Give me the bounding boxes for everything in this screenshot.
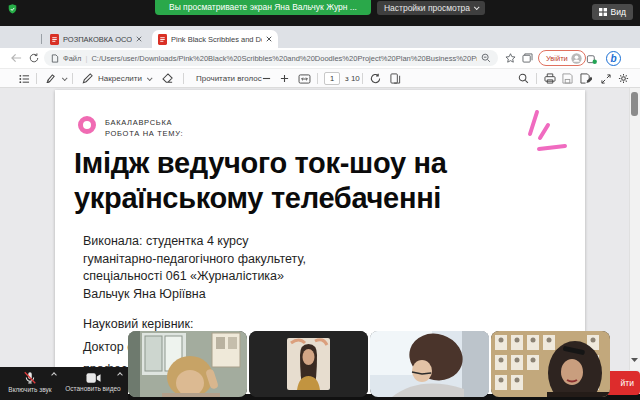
slide-title: Імідж ведучого ток-шоу на українському т…	[74, 146, 574, 216]
scrollbar-thumb[interactable]	[631, 92, 638, 116]
participant-video-1[interactable]	[128, 331, 247, 397]
tab-pink-black-scribbles[interactable]: Pink Black Scribbles and Doodle	[152, 30, 278, 48]
file-icon	[51, 54, 59, 63]
zoom-in-button[interactable]	[280, 69, 289, 88]
chevron-down-icon	[147, 75, 153, 81]
extension-icon[interactable]	[586, 53, 597, 64]
tab-rozpakovka[interactable]: РОЗПАКОВКА ОСОБИСТОСТІ (	[44, 30, 148, 48]
stop-video-button[interactable]: Остановить видео	[60, 367, 126, 400]
print-icon[interactable]	[544, 69, 556, 88]
chevron-down-icon	[474, 4, 480, 10]
browser-tabstrip: РОЗПАКОВКА ОСОБИСТОСТІ ( Pink Black Scri…	[0, 26, 640, 48]
chevron-up-icon[interactable]	[117, 372, 123, 378]
meeting-topbar: Вы просматриваете экран Яна Вальчук Журн…	[0, 0, 640, 26]
draw-button[interactable]: Накреслити	[82, 69, 151, 88]
participant-video-2[interactable]	[249, 331, 368, 397]
rotate-icon[interactable]	[370, 69, 381, 88]
search-icon[interactable]	[518, 69, 529, 88]
url-scheme-label: Файл	[63, 54, 81, 63]
save-icon[interactable]	[562, 69, 573, 88]
bing-icon[interactable]: b	[606, 51, 621, 66]
browser-navbar: Файл | C:/Users/user/Downloads/Pink%20Bl…	[0, 48, 640, 68]
camera-icon	[86, 372, 101, 384]
page-count-label: з 10	[345, 69, 360, 88]
page-view-icon[interactable]	[390, 69, 401, 88]
toc-icon[interactable]	[19, 69, 30, 88]
participant-video-3[interactable]	[370, 331, 489, 397]
scrollbar-track[interactable]	[629, 88, 640, 370]
slide-author-block: Виконала: студентка 4 курсу гуманітарно-…	[83, 233, 306, 303]
chevron-up-icon[interactable]	[51, 372, 57, 378]
address-bar[interactable]: Файл | C:/Users/user/Downloads/Pink%20Bl…	[44, 50, 498, 66]
participant-video-4[interactable]	[491, 331, 610, 397]
fit-to-width-icon[interactable]	[298, 69, 311, 88]
meeting-controls: Включить звук Остановить видео	[0, 367, 128, 400]
chevron-down-icon	[62, 75, 68, 81]
grid-view-icon	[599, 8, 607, 16]
profile-avatar-icon	[571, 53, 582, 64]
screen: Вы просматриваете экран Яна Вальчук Журн…	[0, 0, 640, 400]
participant-video-strip	[128, 331, 610, 397]
pdf-file-icon	[158, 34, 167, 45]
fullscreen-icon[interactable]	[601, 69, 611, 88]
view-options-button[interactable]: Настройки просмотра	[377, 1, 485, 15]
settings-gear-icon[interactable]	[618, 69, 629, 88]
slide-logo	[78, 116, 96, 134]
refresh-icon[interactable]	[29, 53, 39, 63]
highlight-button[interactable]	[45, 69, 66, 88]
tab-separator	[41, 34, 42, 44]
microphone-muted-icon	[23, 371, 37, 385]
read-aloud-button[interactable]: Прочитати вголос	[196, 69, 262, 88]
close-tab-icon[interactable]	[266, 36, 272, 42]
url-text: C:/Users/user/Downloads/Pink%20Black%20S…	[91, 54, 477, 63]
zoom-out-button[interactable]	[262, 69, 271, 88]
view-button[interactable]: Вид	[592, 4, 633, 20]
back-icon[interactable]	[11, 53, 22, 63]
scrollbar-down-icon[interactable]	[630, 356, 639, 364]
zoom-out-icon[interactable]	[481, 53, 491, 63]
pdf-toolbar: Накреслити Прочитати вголос з 10	[0, 68, 640, 88]
unmute-button[interactable]: Включить звук	[0, 367, 60, 400]
erase-icon[interactable]	[162, 69, 174, 88]
close-tab-icon[interactable]	[136, 36, 142, 42]
favorites-star-icon[interactable]	[505, 53, 516, 63]
slide-kicker: БАКАЛАВРСЬКА РОБОТА НА ТЕМУ:	[105, 117, 183, 139]
page-number-input[interactable]	[324, 72, 340, 85]
save-as-icon[interactable]	[580, 69, 592, 88]
screen-share-banner: Вы просматриваете экран Яна Вальчук Журн…	[155, 0, 371, 15]
signin-button[interactable]: Увійти	[538, 50, 586, 66]
pdf-file-icon	[50, 34, 59, 45]
collections-icon[interactable]	[522, 53, 533, 63]
